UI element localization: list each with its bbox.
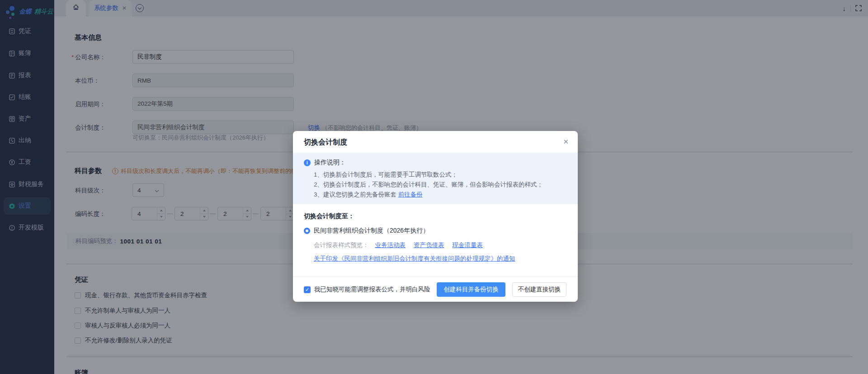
switch-accounting-system-dialog: 切换会计制度 ✕ i 操作说明： 1、切换新会计制度后，可能需要手工调节取数公式… bbox=[293, 131, 578, 302]
info-icon: i bbox=[304, 159, 311, 166]
cash-flow-report-link[interactable]: 现金流量表 bbox=[453, 241, 483, 249]
policy-notice-link[interactable]: 关于印发《民间非营利组织新旧会计制度有关衔接问题的处理规定》的通知 bbox=[314, 255, 515, 262]
report-style-preview-row: 会计报表样式预览： 业务活动表 资产负债表 现金流量表 bbox=[314, 241, 483, 249]
dialog-header: 切换会计制度 ✕ bbox=[293, 131, 578, 153]
risk-confirm-label: 我已知晓可能需调整报表公式，并明白风险 bbox=[314, 285, 430, 294]
report-preview-label: 会计报表样式预览： bbox=[314, 241, 369, 249]
info-title: 操作说明： bbox=[314, 159, 346, 167]
policy-notice-row: 关于印发《民间非营利组织新旧会计制度有关衔接问题的处理规定》的通知 bbox=[314, 255, 515, 263]
checkbox-checked-icon[interactable]: ✓ bbox=[304, 286, 311, 293]
target-system-option: 民间非营利组织会计制度（2026年执行） bbox=[304, 227, 429, 235]
create-subject-and-backup-switch-button[interactable]: 创建科目并备份切换 bbox=[437, 282, 505, 297]
radio-selected-icon[interactable] bbox=[304, 228, 310, 234]
dialog-footer: ✓ 我已知晓可能需调整报表公式，并明白风险 创建科目并备份切换 不创建直接切换 bbox=[293, 276, 578, 302]
dialog-title: 切换会计制度 bbox=[304, 138, 347, 147]
close-icon[interactable]: ✕ bbox=[563, 138, 569, 146]
switch-without-create-button[interactable]: 不创建直接切换 bbox=[512, 282, 566, 297]
balance-sheet-link[interactable]: 资产负债表 bbox=[414, 241, 444, 249]
radio-label: 民间非营利组织会计制度（2026年执行） bbox=[314, 227, 429, 235]
app-window: 金蝶 精斗云 凭证 账簿 报表 结账 资产 出纳 bbox=[0, 0, 868, 374]
info-note-3: 3、建议您切换之前先备份账套 前往备份 bbox=[314, 191, 423, 199]
go-backup-link[interactable]: 前往备份 bbox=[398, 191, 423, 198]
info-note-1: 1、切换新会计制度后，可能需要手工调节取数公式； bbox=[314, 171, 458, 179]
dialog-info-box: i 操作说明： 1、切换新会计制度后，可能需要手工调节取数公式； 2、切换会计制… bbox=[293, 153, 578, 204]
info-box-header: i 操作说明： bbox=[304, 159, 346, 167]
info-note-2: 2、切换会计制度后，不影响您的会计科目、凭证、账簿，但会影响会计报表的样式； bbox=[314, 181, 543, 189]
business-activity-report-link[interactable]: 业务活动表 bbox=[375, 241, 406, 249]
switch-target-title: 切换会计制度至： bbox=[304, 212, 354, 220]
risk-confirm-row: ✓ 我已知晓可能需调整报表公式，并明白风险 bbox=[304, 285, 430, 294]
